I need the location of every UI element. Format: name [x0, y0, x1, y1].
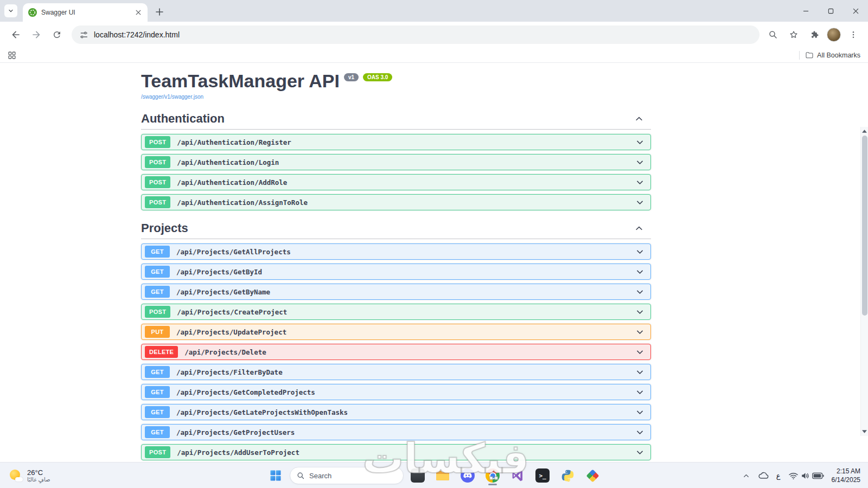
endpoint-list: GET /api/Projects/GetAllProjects GET /ap…	[141, 243, 651, 460]
search-lens-button[interactable]	[765, 27, 781, 43]
method-badge: POST	[145, 156, 170, 168]
site-settings-icon[interactable]	[79, 30, 88, 40]
endpoint-row[interactable]: POST /api/Authentication/AddRole	[141, 174, 651, 190]
apps-grid-button[interactable]	[8, 51, 16, 60]
expand-endpoint-icon[interactable]	[636, 158, 644, 166]
method-badge: GET	[145, 406, 170, 418]
section-header[interactable]: Projects	[141, 221, 651, 239]
expand-endpoint-icon[interactable]	[636, 288, 644, 296]
endpoint-path: /api/Projects/GetByName	[176, 288, 636, 296]
endpoint-row[interactable]: POST /api/Projects/AddUserToProject	[141, 444, 651, 460]
diamond-app-icon	[586, 469, 599, 482]
endpoint-row[interactable]: GET /api/Projects/GetLateProjectsWithOpe…	[141, 404, 651, 420]
taskbar-search[interactable]: Search	[290, 467, 404, 484]
star-icon	[789, 30, 799, 40]
method-badge: GET	[145, 266, 170, 278]
endpoint-path: /api/Projects/Delete	[184, 348, 636, 356]
method-badge: GET	[145, 286, 170, 298]
expand-endpoint-icon[interactable]	[636, 348, 644, 356]
scroll-down-arrow-icon[interactable]	[861, 428, 868, 435]
endpoint-row[interactable]: GET /api/Projects/GetById	[141, 264, 651, 280]
endpoint-path: /api/Projects/GetAllProjects	[176, 248, 636, 256]
browser-tab[interactable]: Swagger UI	[23, 3, 148, 22]
browser-menu-button[interactable]	[845, 27, 861, 43]
window-maximize-button[interactable]	[818, 0, 843, 22]
endpoint-row[interactable]: POST /api/Projects/CreateProject	[141, 304, 651, 320]
endpoint-path: /api/Authentication/Login	[177, 158, 636, 166]
expand-endpoint-icon[interactable]	[636, 198, 644, 207]
endpoint-row[interactable]: GET /api/Projects/GetAllProjects	[141, 243, 651, 260]
method-badge: GET	[145, 366, 170, 378]
collapse-section-icon[interactable]	[635, 114, 643, 123]
window-close-button[interactable]	[843, 0, 868, 22]
expand-endpoint-icon[interactable]	[636, 408, 644, 416]
tab-title: Swagger UI	[41, 9, 133, 16]
endpoint-row[interactable]: GET /api/Projects/GetCompletedProjects	[141, 384, 651, 400]
clock-widget[interactable]: 2:15 AM 6/14/2025	[828, 466, 864, 485]
expand-endpoint-icon[interactable]	[636, 428, 644, 436]
hidden-icons-button[interactable]	[739, 466, 754, 485]
method-badge: GET	[145, 386, 170, 398]
window-controls	[793, 0, 868, 22]
collapse-section-icon[interactable]	[635, 224, 643, 233]
language-indicator[interactable]: ع	[773, 466, 784, 485]
endpoint-list: POST /api/Authentication/Register POST /…	[141, 134, 651, 210]
expand-endpoint-icon[interactable]	[636, 268, 644, 276]
discord-button[interactable]	[457, 465, 478, 486]
expand-endpoint-icon[interactable]	[636, 308, 644, 316]
expand-endpoint-icon[interactable]	[636, 248, 644, 256]
chrome-button[interactable]	[482, 465, 503, 486]
chevron-down-icon	[8, 8, 14, 14]
visual-studio-button[interactable]	[507, 465, 528, 486]
endpoint-row[interactable]: POST /api/Authentication/Login	[141, 154, 651, 170]
bookmarks-bar: All Bookmarks	[0, 48, 868, 63]
expand-endpoint-icon[interactable]	[636, 138, 644, 146]
weather-widget[interactable]: 26°C صافٍ غالبًا	[5, 463, 53, 488]
file-explorer-button[interactable]	[432, 465, 454, 486]
tab-close-icon[interactable]	[133, 8, 143, 17]
forward-arrow-icon	[31, 29, 42, 40]
api-section: Authentication POST /api/Authentication/…	[141, 112, 651, 210]
cloud-icon	[758, 470, 769, 481]
bookmark-star-button[interactable]	[786, 27, 802, 43]
new-tab-button[interactable]	[152, 4, 167, 20]
expand-endpoint-icon[interactable]	[636, 328, 644, 336]
forward-button[interactable]	[27, 25, 46, 44]
scroll-up-arrow-icon[interactable]	[861, 127, 868, 135]
expand-endpoint-icon[interactable]	[636, 448, 644, 457]
python-button[interactable]	[557, 465, 578, 486]
endpoint-row[interactable]: POST /api/Authentication/AssignToRole	[141, 194, 651, 210]
address-bar[interactable]: localhost:7242/index.html	[72, 25, 760, 44]
back-button[interactable]	[7, 25, 25, 44]
tab-search-button[interactable]	[4, 4, 17, 17]
endpoint-path: /api/Projects/AddUserToProject	[177, 448, 636, 457]
diamond-app-button[interactable]	[582, 465, 603, 486]
section-title: Projects	[141, 221, 188, 235]
endpoint-path: /api/Projects/UpdateProject	[176, 328, 636, 336]
expand-endpoint-icon[interactable]	[636, 368, 644, 376]
scrollbar-thumb[interactable]	[862, 136, 867, 316]
expand-endpoint-icon[interactable]	[636, 178, 644, 187]
endpoint-row[interactable]: DELETE /api/Projects/Delete	[141, 344, 651, 360]
terminal-button[interactable]: >_	[532, 465, 553, 486]
section-header[interactable]: Authentication	[141, 112, 651, 130]
endpoint-row[interactable]: PUT /api/Projects/UpdateProject	[141, 324, 651, 340]
endpoint-row[interactable]: GET /api/Projects/FilterByDate	[141, 364, 651, 380]
endpoint-row[interactable]: GET /api/Projects/GetByName	[141, 284, 651, 300]
network-volume-battery-button[interactable]	[785, 466, 827, 485]
all-bookmarks-button[interactable]: All Bookmarks	[805, 51, 860, 60]
api-sections: Authentication POST /api/Authentication/…	[141, 112, 651, 460]
profile-avatar[interactable]	[827, 28, 841, 42]
dark-app-button[interactable]	[407, 465, 429, 486]
endpoint-row[interactable]: GET /api/Projects/GetProjectUsers	[141, 424, 651, 440]
spec-link[interactable]: /swagger/v1/swagger.json	[141, 94, 203, 100]
expand-endpoint-icon[interactable]	[636, 388, 644, 396]
start-button[interactable]	[265, 465, 286, 486]
onedrive-button[interactable]	[755, 466, 772, 485]
method-badge: POST	[145, 176, 170, 188]
reload-button[interactable]	[48, 25, 66, 44]
page-scrollbar[interactable]	[860, 127, 868, 436]
window-minimize-button[interactable]	[793, 0, 818, 22]
endpoint-row[interactable]: POST /api/Authentication/Register	[141, 134, 651, 150]
extensions-button[interactable]	[806, 27, 822, 43]
